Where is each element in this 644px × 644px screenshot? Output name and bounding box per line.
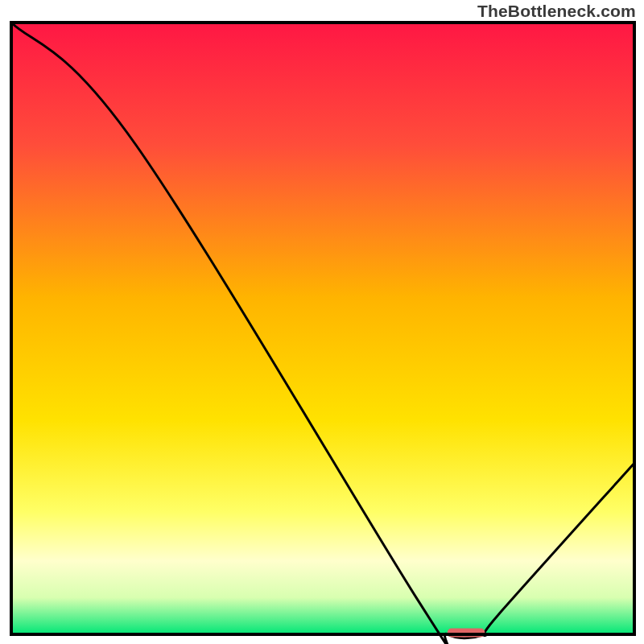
plot-area [11,23,634,644]
bottleneck-curve-chart [0,0,644,644]
plot-background [11,23,634,634]
attribution-text: TheBottleneck.com [477,2,636,21]
